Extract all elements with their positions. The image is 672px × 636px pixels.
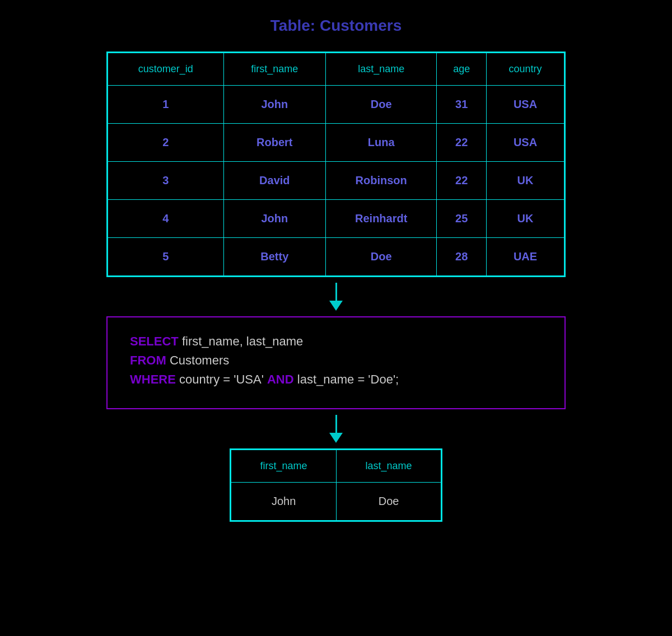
sql-line-2: FROM Customers [130,353,542,368]
table-row: 4JohnReinhardt25UK [108,200,564,238]
table-header-row: customer_id first_name last_name age cou… [108,53,564,86]
table-cell: 2 [108,124,224,162]
customers-table-wrapper: customer_id first_name last_name age cou… [106,52,566,277]
table-cell: John [223,86,325,124]
table-cell: USA [487,86,564,124]
table-row: 3DavidRobinson22UK [108,162,564,200]
arrow-down-1 [329,283,343,311]
page-container: Table: Customers customer_id first_name … [0,17,672,522]
sql-query-box: SELECT first_name, last_name FROM Custom… [106,316,566,409]
result-col-first-name: first_name [231,450,337,483]
arrow-line-1 [335,283,337,301]
result-cell: Doe [337,483,441,521]
table-row: 1JohnDoe31USA [108,86,564,124]
sql-where-keyword: WHERE [130,372,176,386]
table-row: 2RobertLuna22USA [108,124,564,162]
table-cell: UK [487,162,564,200]
customers-table: customer_id first_name last_name age cou… [108,53,564,276]
table-cell: 25 [437,200,487,238]
table-cell: 31 [437,86,487,124]
col-header-age: age [437,53,487,86]
table-cell: Reinhardt [325,200,436,238]
sql-where-text2: last_name = 'Doe'; [297,372,399,386]
table-cell: 28 [437,238,487,276]
table-cell: 5 [108,238,224,276]
result-row: JohnDoe [231,483,441,521]
result-header-row: first_name last_name [231,450,441,483]
sql-line-3: WHERE country = 'USA' AND last_name = 'D… [130,372,542,387]
table-cell: Betty [223,238,325,276]
sql-from-keyword: FROM [130,353,166,367]
sql-and-keyword: AND [267,372,294,386]
col-header-last-name: last_name [325,53,436,86]
arrow-line-2 [335,415,337,433]
sql-where-text1: country = 'USA' [179,372,267,386]
table-row: 5BettyDoe28UAE [108,238,564,276]
table-cell: 1 [108,86,224,124]
col-header-first-name: first_name [223,53,325,86]
table-cell: UAE [487,238,564,276]
table-cell: 3 [108,162,224,200]
result-cell: John [231,483,337,521]
result-table: first_name last_name JohnDoe [231,450,441,521]
table-cell: Robinson [325,162,436,200]
result-table-wrapper: first_name last_name JohnDoe [230,448,442,522]
sql-from-text: Customers [170,353,229,367]
table-cell: 22 [437,162,487,200]
table-cell: USA [487,124,564,162]
sql-line-1: SELECT first_name, last_name [130,334,542,349]
table-cell: John [223,200,325,238]
arrow-head-1 [329,301,343,311]
table-cell: Doe [325,86,436,124]
arrow-down-2 [329,415,343,443]
sql-select-keyword: SELECT [130,334,179,348]
table-cell: Luna [325,124,436,162]
table-cell: 22 [437,124,487,162]
col-header-country: country [487,53,564,86]
table-cell: 4 [108,200,224,238]
table-cell: Robert [223,124,325,162]
table-cell: David [223,162,325,200]
col-header-customer-id: customer_id [108,53,224,86]
sql-select-text: first_name, last_name [182,334,303,348]
table-cell: Doe [325,238,436,276]
result-col-last-name: last_name [337,450,441,483]
arrow-head-2 [329,433,343,443]
table-cell: UK [487,200,564,238]
page-title: Table: Customers [270,17,402,35]
